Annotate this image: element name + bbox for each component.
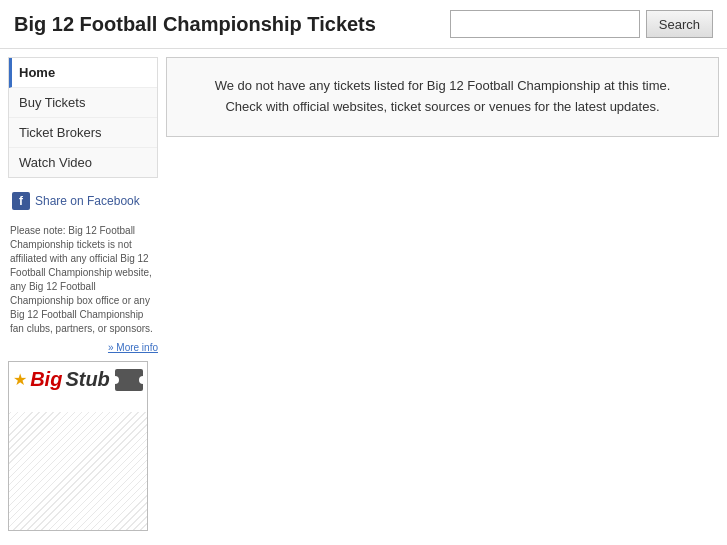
sidebar-item-ticket-brokers[interactable]: Ticket Brokers [9, 118, 157, 148]
sidebar: Home Buy Tickets Ticket Brokers Watch Vi… [8, 57, 158, 531]
facebook-icon: f [12, 192, 30, 210]
sidebar-item-buy-tickets[interactable]: Buy Tickets [9, 88, 157, 118]
main-content: We do not have any tickets listed for Bi… [166, 57, 719, 531]
bigstub-logo: ★ BigStub [13, 368, 143, 391]
bigstub-big-text: Big [30, 368, 62, 391]
disclaimer-text: Please note: Big 12 Football Championshi… [8, 224, 158, 336]
bigstub-ticket-icon [115, 369, 143, 391]
bigstub-star-icon: ★ [13, 370, 27, 389]
notice-line1: We do not have any tickets listed for Bi… [183, 76, 702, 97]
notice-box: We do not have any tickets listed for Bi… [166, 57, 719, 137]
sidebar-item-watch-video[interactable]: Watch Video [9, 148, 157, 177]
more-info-link[interactable]: » More info [8, 342, 158, 353]
page-title: Big 12 Football Championship Tickets [14, 13, 376, 36]
notice-line2: Check with official websites, ticket sou… [183, 97, 702, 118]
facebook-share-button[interactable]: f Share on Facebook [8, 186, 158, 216]
search-input[interactable] [450, 10, 640, 38]
sidebar-nav: Home Buy Tickets Ticket Brokers Watch Vi… [8, 57, 158, 178]
facebook-share-label: Share on Facebook [35, 194, 140, 208]
search-area: Search [450, 10, 713, 38]
main-layout: Home Buy Tickets Ticket Brokers Watch Vi… [0, 49, 727, 539]
sidebar-item-home[interactable]: Home [9, 58, 157, 88]
bigstub-diagonal-bg [9, 412, 147, 530]
header: Big 12 Football Championship Tickets Sea… [0, 0, 727, 49]
search-button[interactable]: Search [646, 10, 713, 38]
bigstub-stub-text: Stub [65, 368, 109, 391]
bigstub-ad[interactable]: ★ BigStub [8, 361, 148, 531]
